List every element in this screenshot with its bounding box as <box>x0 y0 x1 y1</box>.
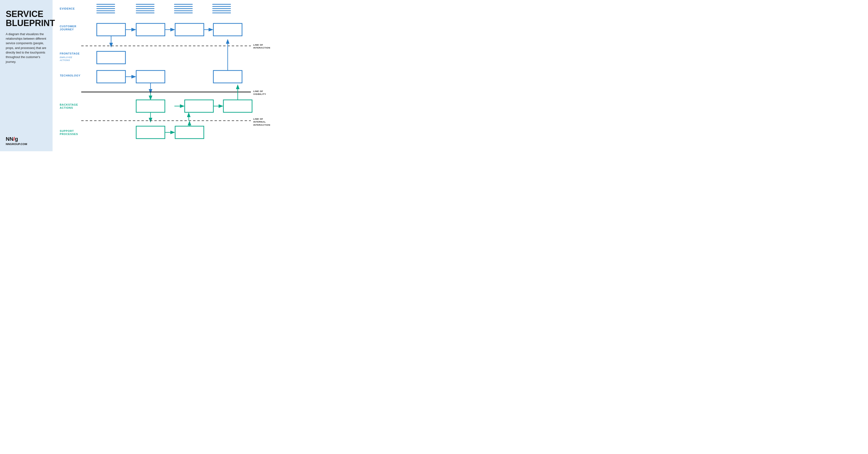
diagram-arrows <box>53 0 284 143</box>
evidence-stack-3 <box>175 4 192 13</box>
logo: NN/g <box>6 136 47 142</box>
svg-rect-42 <box>223 100 252 112</box>
customer-journey-label: CUSTOMERJOURNEY <box>60 25 76 31</box>
svg-rect-40 <box>185 100 213 112</box>
technology-label: TECHNOLOGY <box>60 74 80 77</box>
left-top: SERVICEBLUEPRINT A diagram that visualiz… <box>6 9 47 64</box>
evidence-stack-4 <box>213 4 230 13</box>
backstage-label: BACKSTAGEACTIONS <box>60 103 78 110</box>
svg-rect-30 <box>97 70 125 83</box>
svg-rect-47 <box>136 126 165 139</box>
svg-rect-49 <box>175 126 204 139</box>
logo-nn: NN <box>6 136 13 142</box>
logo-url: NNGROUP.COM <box>6 143 47 146</box>
left-bottom: NN/g NNGROUP.COM <box>6 136 47 146</box>
svg-rect-26 <box>213 23 242 36</box>
line-of-interaction-label: LINE OFINTERACTION <box>253 43 270 50</box>
svg-rect-22 <box>136 23 165 36</box>
logo-g: g <box>15 136 18 142</box>
description: A diagram that visualizes the relationsh… <box>6 32 47 64</box>
support-label: SUPPORTPROCESSES <box>60 129 78 136</box>
frontstage-label: FRONTSTAGE EMPLOYEEACTIONS <box>60 52 80 62</box>
svg-rect-38 <box>136 100 165 112</box>
svg-rect-24 <box>175 23 204 36</box>
evidence-label: EVIDENCE <box>60 6 86 10</box>
svg-rect-20 <box>97 23 125 36</box>
line-of-visibility-label: LINE OFVISIBILITY <box>253 90 266 96</box>
svg-rect-32 <box>136 70 165 83</box>
evidence-stack-2 <box>136 4 154 13</box>
svg-rect-34 <box>213 70 242 83</box>
diagram: EVIDENCE CUSTOMERJOURNEY FRONTSTAGE EMPL… <box>53 0 289 151</box>
line-of-internal-interaction-label: LINE OFINTERNALINTERACTION <box>253 118 270 126</box>
evidence-stack-1 <box>97 4 115 13</box>
left-panel: SERVICEBLUEPRINT A diagram that visualiz… <box>0 0 53 151</box>
svg-rect-29 <box>97 51 125 64</box>
main-title: SERVICEBLUEPRINT <box>6 9 47 28</box>
